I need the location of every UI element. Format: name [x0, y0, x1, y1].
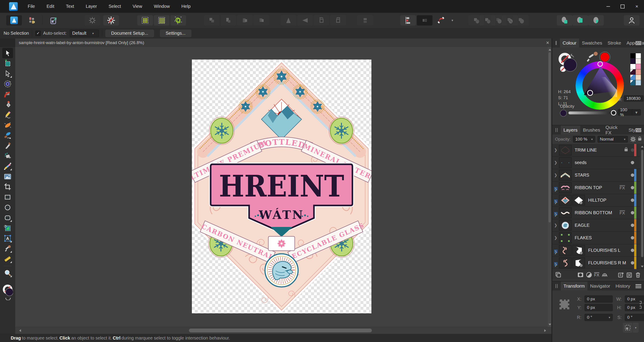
swatch[interactable]	[636, 59, 641, 64]
canvas-vertical-scrollbar[interactable]	[548, 47, 552, 327]
panel-grip-icon[interactable]	[556, 128, 558, 132]
layer-row-ribbon-top[interactable]: ❯ RIBBON TOP FX	[552, 182, 640, 194]
tab-colour[interactable]: Colour	[560, 39, 579, 48]
move-to-back-button[interactable]	[254, 15, 269, 26]
warp-tool[interactable]	[2, 120, 13, 130]
swatch[interactable]	[630, 53, 636, 58]
menu-edit[interactable]: Edit	[41, 4, 60, 9]
visibility-dot[interactable]	[631, 199, 634, 202]
layer-thumbnail[interactable]	[559, 233, 572, 243]
canvas-viewport[interactable]: BOTTLED ULTIMATE PREMIUM MINERAL WATER H…	[15, 47, 552, 334]
layers-scrollbar[interactable]	[640, 144, 644, 269]
tab-brushes[interactable]: Brushes	[580, 126, 603, 135]
insert-inside-button[interactable]	[557, 15, 572, 26]
maximize-button[interactable]	[616, 0, 630, 13]
opacity-slider-handle[interactable]	[611, 110, 616, 116]
menu-file[interactable]: File	[22, 4, 41, 9]
layer-lock-icon[interactable]	[624, 149, 628, 151]
layer-thumbnail[interactable]	[559, 245, 572, 256]
rotate-ccw-button[interactable]	[314, 15, 330, 26]
insert-inside-selection-button[interactable]	[588, 15, 604, 26]
expand-chevron-icon[interactable]: ❯	[552, 235, 559, 240]
settings-button[interactable]: Settings...	[160, 30, 192, 37]
minimize-button[interactable]	[601, 0, 616, 13]
swatch[interactable]	[636, 64, 641, 69]
transparency-tool[interactable]	[2, 161, 13, 171]
scroll-left-icon[interactable]	[19, 329, 21, 332]
x-input[interactable]: 0 px	[584, 295, 613, 303]
layer-row-flakes[interactable]: ❯ FLAKES	[552, 232, 640, 244]
delete-layer-icon[interactable]	[634, 272, 641, 278]
visibility-dot[interactable]	[631, 173, 634, 177]
insert-on-top-button[interactable]	[572, 15, 588, 26]
hue-selector[interactable]	[598, 61, 603, 67]
menu-view[interactable]: View	[127, 4, 148, 9]
menu-window[interactable]: Window	[148, 4, 176, 9]
pixel-persona-button[interactable]	[24, 15, 40, 26]
vector-brush-tool[interactable]	[2, 130, 13, 141]
tab-history[interactable]: History	[613, 281, 633, 290]
panel-menu-icon[interactable]	[636, 283, 641, 289]
add-layer-icon[interactable]	[618, 272, 624, 278]
scroll-up-icon[interactable]	[641, 146, 644, 148]
fx-badge[interactable]: FX	[620, 185, 625, 190]
layer-thumbnail[interactable]	[559, 157, 572, 168]
layers-opacity-dropdown[interactable]: 100 %▾	[573, 136, 595, 143]
close-button[interactable]: ×	[630, 0, 644, 13]
zoom-tool[interactable]	[2, 268, 13, 278]
auto-select-checkbox[interactable]: ✓	[35, 31, 41, 36]
layers-scroll-thumb[interactable]	[641, 150, 643, 257]
account-button[interactable]	[624, 15, 640, 26]
visibility-dot[interactable]	[631, 249, 634, 252]
measure-tool[interactable]	[2, 254, 13, 264]
move-tool[interactable]	[2, 48, 13, 58]
fx-badge[interactable]: FX	[620, 210, 625, 215]
rounded-rectangle-tool[interactable]	[2, 213, 13, 223]
panel-menu-icon[interactable]	[636, 40, 641, 46]
swatch[interactable]	[630, 64, 636, 69]
swatch[interactable]	[636, 53, 641, 58]
artistic-text-tool[interactable]: A	[2, 233, 13, 243]
link-dimensions-icon[interactable]	[639, 300, 643, 309]
swatch[interactable]	[636, 80, 641, 85]
tab-close-icon[interactable]: ×	[546, 40, 549, 46]
swatch[interactable]	[630, 59, 636, 64]
mask-layer-icon[interactable]	[577, 272, 584, 278]
auto-select-dropdown[interactable]: Default▾	[70, 30, 99, 37]
tab-stroke[interactable]: Stroke	[605, 39, 624, 48]
anchor-point-selector[interactable]	[558, 298, 571, 311]
layer-row-trim-line[interactable]: ❯ TRIM LINE	[552, 144, 640, 156]
visibility-dot[interactable]	[631, 148, 634, 152]
transform-mode-toggle[interactable]	[417, 15, 432, 26]
tab-swatches[interactable]: Swatches	[579, 39, 605, 48]
flip-vertical-button[interactable]	[281, 15, 296, 26]
preferences-gear-button[interactable]	[103, 15, 119, 26]
y-input[interactable]: 0 px	[584, 304, 613, 311]
layer-thumbnail[interactable]	[559, 145, 572, 155]
rectangle-tool[interactable]	[2, 192, 13, 202]
origin-chevron[interactable]: ▾	[632, 323, 639, 332]
shape-builder-tool[interactable]	[2, 223, 13, 233]
artboard[interactable]: BOTTLED ULTIMATE PREMIUM MINERAL WATER H…	[192, 60, 372, 313]
expand-chevron-icon[interactable]: ❯	[552, 248, 559, 253]
layer-row-stars[interactable]: ❯ STARS	[552, 169, 640, 182]
snapping-options-chevron[interactable]: ▾	[449, 15, 456, 26]
layer-mask-thumbnail[interactable]	[572, 258, 585, 268]
document-tab[interactable]: sample-hreint-watn-label-by-anton-burmis…	[15, 39, 552, 47]
point-transform-tool[interactable]	[2, 79, 13, 89]
expand-chevron-icon[interactable]: ❯	[552, 185, 559, 190]
layer-thumbnail[interactable]	[559, 195, 572, 205]
visibility-dot[interactable]	[631, 211, 634, 214]
snap-to-geometry-button[interactable]	[170, 15, 186, 26]
crop-tool[interactable]	[2, 182, 13, 192]
tab-navigator[interactable]: Navigator	[588, 281, 613, 290]
duplicate-layers-icon[interactable]	[555, 271, 562, 278]
export-persona-button[interactable]	[46, 15, 62, 26]
scroll-down-icon[interactable]	[548, 324, 551, 325]
knife-tool[interactable]	[2, 141, 13, 151]
place-image-tool[interactable]	[2, 171, 13, 182]
ellipse-tool[interactable]	[2, 202, 13, 213]
move-backward-button[interactable]	[237, 15, 253, 26]
layer-thumbnail[interactable]	[559, 207, 572, 218]
alignment-button[interactable]	[400, 15, 416, 26]
